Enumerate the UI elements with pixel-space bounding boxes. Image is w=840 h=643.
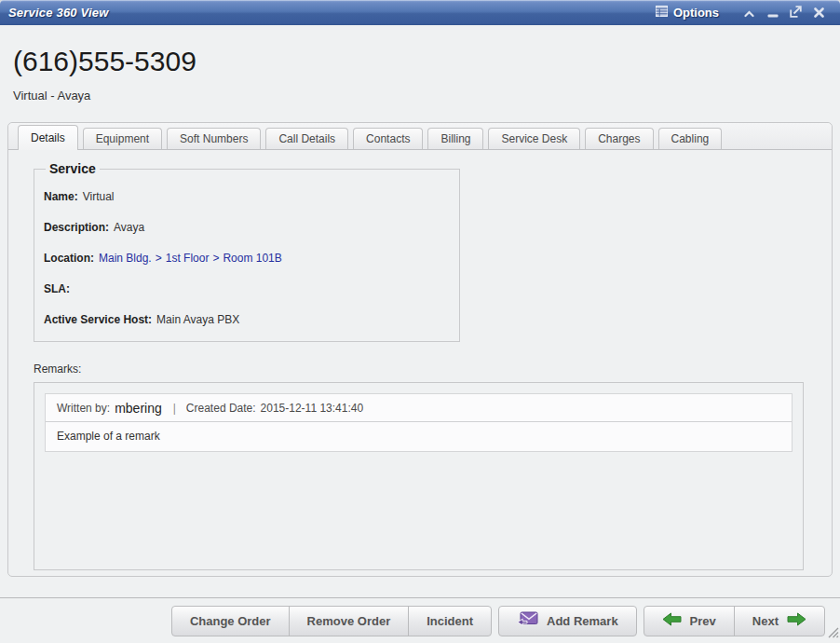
- tab-panel: Details Equipment Soft Numbers Call Deta…: [7, 122, 833, 577]
- tab-details[interactable]: Details: [18, 125, 78, 150]
- prev-next-group: Prev Next: [644, 606, 825, 636]
- description-value: Avaya: [114, 221, 144, 234]
- remark-entry: Written by: mbering | Created Date: 2015…: [45, 393, 793, 452]
- location-label: Location:: [44, 252, 94, 265]
- tab-charges[interactable]: Charges: [585, 128, 653, 149]
- envelope-arrow-icon: [517, 611, 538, 631]
- order-button-group: Change Order Remove Order Incident: [171, 606, 492, 636]
- field-row-sla: SLA:: [44, 282, 448, 295]
- arrow-right-icon: [787, 612, 806, 629]
- page-header: (616)555-5309 Virtual - Avaya: [0, 25, 840, 103]
- remove-order-button[interactable]: Remove Order: [289, 607, 409, 636]
- service-legend: Service: [46, 161, 100, 176]
- incident-button[interactable]: Incident: [408, 607, 491, 636]
- host-value: Main Avaya PBX: [156, 313, 239, 326]
- remarks-label: Remarks:: [34, 363, 804, 376]
- add-remark-button[interactable]: Add Remark: [499, 607, 636, 636]
- options-grid-icon: [656, 6, 668, 20]
- next-button[interactable]: Next: [734, 607, 824, 636]
- window-title: Service 360 View: [8, 6, 109, 20]
- phone-heading: (616)555-5309: [13, 48, 827, 75]
- remark-divider: |: [173, 402, 176, 415]
- remark-author: mbering: [115, 401, 162, 416]
- created-date-value: 2015-12-11 13:41:40: [261, 402, 364, 415]
- titlebar: Service 360 View Options: [0, 0, 840, 25]
- field-row-host: Active Service Host:Main Avaya PBX: [44, 313, 448, 326]
- add-remark-label: Add Remark: [547, 614, 618, 628]
- field-row-location: Location:Main Bldg.>1st Floor>Room 101B: [44, 252, 448, 265]
- service-fieldset: Service Name:Virtual Description:Avaya L…: [34, 161, 460, 342]
- prev-button[interactable]: Prev: [644, 607, 734, 636]
- sla-label: SLA:: [44, 282, 70, 295]
- written-by-label: Written by:: [57, 402, 110, 415]
- collapse-button[interactable]: [738, 4, 761, 22]
- location-separator: >: [212, 252, 219, 265]
- service-360-window: Service 360 View Options: [0, 0, 840, 643]
- location-separator: >: [156, 252, 162, 265]
- remarks-box: Written by: mbering | Created Date: 2015…: [34, 382, 804, 570]
- resize-grip-icon: [826, 625, 839, 641]
- tab-equipment[interactable]: Equipment: [83, 128, 162, 149]
- next-label: Next: [752, 614, 779, 628]
- tab-cabling[interactable]: Cabling: [658, 128, 723, 149]
- tab-billing[interactable]: Billing: [427, 128, 483, 149]
- service-subtitle: Virtual - Avaya: [13, 89, 827, 103]
- field-row-description: Description:Avaya: [44, 221, 448, 234]
- field-row-name: Name:Virtual: [44, 190, 448, 203]
- details-tab-content: Service Name:Virtual Description:Avaya L…: [8, 150, 832, 570]
- add-remark-group: Add Remark: [498, 606, 637, 636]
- tab-strip: Details Equipment Soft Numbers Call Deta…: [8, 123, 832, 150]
- minimize-button[interactable]: [761, 4, 784, 22]
- bottom-toolbar: Change Order Remove Order Incident Add R…: [0, 597, 840, 643]
- location-link-floor[interactable]: 1st Floor: [166, 252, 210, 265]
- resize-grip[interactable]: [826, 625, 839, 642]
- minus-icon: [767, 5, 779, 21]
- titlebar-controls: Options: [656, 4, 831, 22]
- created-date-label: Created Date:: [186, 402, 256, 415]
- tab-service-desk[interactable]: Service Desk: [488, 128, 580, 149]
- close-icon: [814, 5, 824, 21]
- close-button[interactable]: [807, 4, 831, 22]
- remark-text: Example of a remark: [46, 422, 792, 451]
- name-value: Virtual: [83, 190, 115, 203]
- popout-button[interactable]: [784, 4, 807, 22]
- location-link-room[interactable]: Room 101B: [223, 252, 281, 265]
- popout-icon: [790, 5, 802, 21]
- chevron-up-icon: [744, 5, 754, 21]
- host-label: Active Service Host:: [44, 313, 152, 326]
- change-order-button[interactable]: Change Order: [172, 607, 289, 636]
- tab-soft-numbers[interactable]: Soft Numbers: [167, 128, 261, 149]
- tab-contacts[interactable]: Contacts: [353, 128, 423, 149]
- arrow-left-icon: [662, 612, 682, 629]
- options-label: Options: [673, 6, 719, 20]
- location-link-building[interactable]: Main Bldg.: [99, 252, 152, 265]
- prev-label: Prev: [690, 614, 716, 628]
- remark-header: Written by: mbering | Created Date: 2015…: [46, 394, 792, 422]
- name-label: Name:: [44, 190, 78, 203]
- options-button[interactable]: Options: [656, 6, 719, 20]
- tab-call-details[interactable]: Call Details: [265, 128, 348, 149]
- description-label: Description:: [44, 221, 109, 234]
